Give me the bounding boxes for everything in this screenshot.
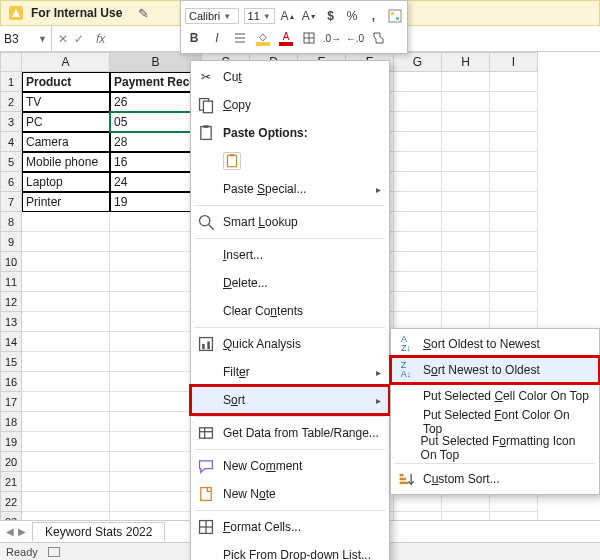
row-header[interactable]: 16 <box>0 372 22 392</box>
cell[interactable] <box>394 252 442 272</box>
cell[interactable]: 05 <box>110 112 202 132</box>
col-header-I[interactable]: I <box>490 52 538 72</box>
cell[interactable] <box>490 292 538 312</box>
cell[interactable] <box>394 112 442 132</box>
cell[interactable] <box>442 252 490 272</box>
cell[interactable] <box>394 232 442 252</box>
cell[interactable]: Product <box>22 72 110 92</box>
ctx-copy[interactable]: Copy <box>191 91 389 119</box>
cell[interactable] <box>22 272 110 292</box>
cell[interactable] <box>394 72 442 92</box>
row-header[interactable]: 18 <box>0 412 22 432</box>
cell[interactable] <box>442 492 490 512</box>
cell[interactable] <box>394 152 442 172</box>
cell[interactable]: Laptop <box>22 172 110 192</box>
cell[interactable]: Mobile phone <box>22 152 110 172</box>
cell[interactable]: Printer <box>22 192 110 212</box>
cell[interactable] <box>490 192 538 212</box>
cell[interactable] <box>490 152 538 172</box>
cell[interactable] <box>394 92 442 112</box>
sort-custom[interactable]: Custom Sort... <box>391 466 599 492</box>
cell[interactable] <box>394 292 442 312</box>
row-header[interactable]: 11 <box>0 272 22 292</box>
currency-button[interactable]: $ <box>322 7 338 25</box>
row-header[interactable]: 10 <box>0 252 22 272</box>
ctx-sort[interactable]: Sort ▸ <box>191 386 389 414</box>
row-header[interactable]: 12 <box>0 292 22 312</box>
cell[interactable] <box>394 192 442 212</box>
sort-newest-oldest[interactable]: ZA↓ Sort Newest to Oldest <box>391 357 599 383</box>
cell[interactable] <box>490 272 538 292</box>
cell[interactable] <box>22 412 110 432</box>
cell[interactable]: 19 <box>110 192 202 212</box>
sort-formatting-icon[interactable]: Put Selected Formatting Icon On Top <box>391 435 599 461</box>
edit-sensitivity-icon[interactable]: ✎ <box>138 6 149 21</box>
fill-color-button[interactable]: ◇ <box>254 29 272 47</box>
bold-button[interactable]: B <box>185 29 203 47</box>
row-header[interactable]: 6 <box>0 172 22 192</box>
cell[interactable] <box>110 452 202 472</box>
cell[interactable] <box>110 212 202 232</box>
comma-button[interactable]: , <box>365 7 381 25</box>
row-header[interactable]: 3 <box>0 112 22 132</box>
cell[interactable] <box>442 212 490 232</box>
fx-label[interactable]: fx <box>90 32 111 46</box>
cell[interactable] <box>394 492 442 512</box>
cell[interactable] <box>490 172 538 192</box>
cell[interactable] <box>110 492 202 512</box>
cell[interactable]: Camera <box>22 132 110 152</box>
row-header[interactable]: 21 <box>0 472 22 492</box>
row-header[interactable]: 1 <box>0 72 22 92</box>
cell[interactable] <box>442 272 490 292</box>
cell[interactable] <box>442 132 490 152</box>
font-size-select[interactable]: 11 ▼ <box>244 8 275 24</box>
cell[interactable]: 24 <box>110 172 202 192</box>
cell[interactable] <box>442 292 490 312</box>
sort-cell-color[interactable]: Put Selected Cell Color On Top <box>391 383 599 409</box>
cell[interactable] <box>22 212 110 232</box>
increase-decimal-button[interactable]: .0→ <box>323 29 341 47</box>
cell[interactable] <box>110 372 202 392</box>
ctx-get-data[interactable]: Get Data from Table/Range... <box>191 419 389 447</box>
cell[interactable] <box>22 352 110 372</box>
cell[interactable]: Payment Received <box>110 72 202 92</box>
cell[interactable] <box>490 212 538 232</box>
row-header[interactable]: 7 <box>0 192 22 212</box>
cell[interactable] <box>442 172 490 192</box>
cell[interactable] <box>490 92 538 112</box>
cell[interactable] <box>394 212 442 232</box>
cell[interactable] <box>22 312 110 332</box>
ctx-paste-default[interactable] <box>191 147 389 175</box>
select-all-corner[interactable] <box>0 52 22 72</box>
row-header[interactable]: 9 <box>0 232 22 252</box>
cell[interactable] <box>394 172 442 192</box>
sort-font-color[interactable]: Put Selected Font Color On Top <box>391 409 599 435</box>
increase-font-button[interactable]: A▲ <box>280 7 296 25</box>
cell[interactable] <box>442 192 490 212</box>
cell[interactable] <box>110 312 202 332</box>
cell[interactable] <box>110 332 202 352</box>
cell[interactable] <box>22 392 110 412</box>
row-header[interactable]: 4 <box>0 132 22 152</box>
cell[interactable] <box>110 272 202 292</box>
row-header[interactable]: 19 <box>0 432 22 452</box>
ctx-insert[interactable]: Insert... <box>191 241 389 269</box>
cell[interactable] <box>22 332 110 352</box>
sort-oldest-newest[interactable]: AZ↓ Sort Oldest to Newest <box>391 331 599 357</box>
percent-button[interactable]: % <box>344 7 360 25</box>
ctx-pick-dropdown[interactable]: Pick From Drop-down List... <box>191 541 389 560</box>
cell[interactable] <box>22 372 110 392</box>
cell[interactable] <box>22 232 110 252</box>
ctx-filter[interactable]: Filter ▸ <box>191 358 389 386</box>
conditional-format-button[interactable] <box>387 7 403 25</box>
ctx-new-note[interactable]: New Note <box>191 480 389 508</box>
align-button[interactable] <box>231 29 249 47</box>
borders-button[interactable] <box>300 29 318 47</box>
cell[interactable] <box>442 152 490 172</box>
cell[interactable] <box>22 472 110 492</box>
macro-record-icon[interactable] <box>48 547 60 557</box>
ctx-delete[interactable]: Delete... <box>191 269 389 297</box>
name-box-dropdown-icon[interactable]: ▼ <box>38 34 47 44</box>
cell[interactable] <box>442 72 490 92</box>
cell[interactable]: 16 <box>110 152 202 172</box>
